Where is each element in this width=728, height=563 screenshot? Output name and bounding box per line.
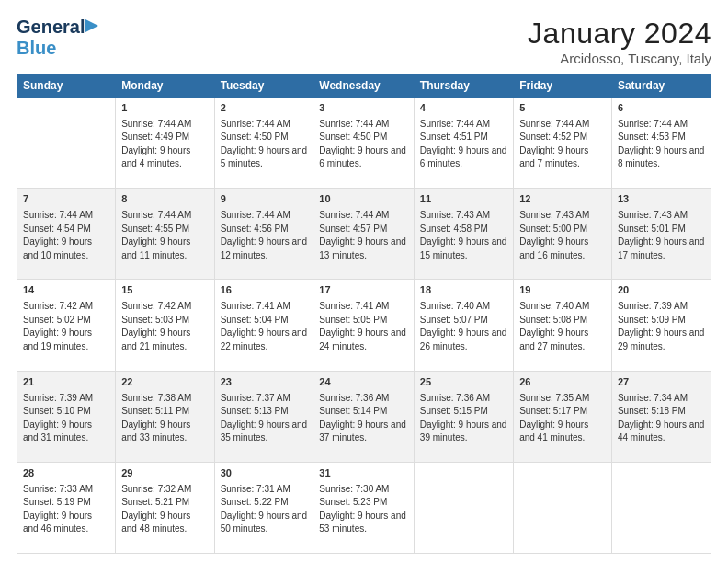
col-thursday: Thursday xyxy=(414,75,513,98)
calendar-row-0: 1Sunrise: 7:44 AMSunset: 4:49 PMDaylight… xyxy=(17,98,711,189)
sunrise: Sunrise: 7:44 AM xyxy=(319,210,389,220)
sunrise: Sunrise: 7:44 AM xyxy=(319,119,389,129)
svg-marker-0 xyxy=(85,19,98,32)
calendar-cell: 28Sunrise: 7:33 AMSunset: 5:19 PMDayligh… xyxy=(17,462,116,553)
daylight: Daylight: 9 hours and 29 minutes. xyxy=(618,327,705,351)
daylight: Daylight: 9 hours and 26 minutes. xyxy=(420,327,507,351)
sunrise: Sunrise: 7:43 AM xyxy=(420,210,490,220)
daylight: Daylight: 9 hours and 15 minutes. xyxy=(420,236,507,260)
sunrise: Sunrise: 7:44 AM xyxy=(519,119,589,129)
day-number: 30 xyxy=(221,466,308,481)
calendar-cell: 26Sunrise: 7:35 AMSunset: 5:17 PMDayligh… xyxy=(514,371,612,462)
day-number: 17 xyxy=(319,283,408,298)
day-number: 18 xyxy=(420,283,507,298)
sunset: Sunset: 5:02 PM xyxy=(23,315,91,325)
day-number: 21 xyxy=(23,375,109,390)
day-number: 28 xyxy=(23,466,109,481)
daylight: Daylight: 9 hours and 11 minutes. xyxy=(121,236,190,260)
sunrise: Sunrise: 7:39 AM xyxy=(618,301,688,311)
page: General Blue January 2024 Arcidosso, Tus… xyxy=(0,0,728,563)
day-number: 9 xyxy=(221,192,308,207)
daylight: Daylight: 9 hours and 24 minutes. xyxy=(319,327,406,351)
daylight: Daylight: 9 hours and 5 minutes. xyxy=(221,145,308,169)
sunset: Sunset: 5:11 PM xyxy=(121,406,189,416)
sunset: Sunset: 5:01 PM xyxy=(618,224,686,234)
daylight: Daylight: 9 hours and 6 minutes. xyxy=(420,145,507,169)
calendar-cell: 14Sunrise: 7:42 AMSunset: 5:02 PMDayligh… xyxy=(17,280,116,371)
day-number: 25 xyxy=(420,375,507,390)
logo-line2: Blue xyxy=(17,38,56,59)
calendar-cell: 31Sunrise: 7:30 AMSunset: 5:23 PMDayligh… xyxy=(313,462,415,553)
sunrise: Sunrise: 7:36 AM xyxy=(420,393,490,403)
daylight: Daylight: 9 hours and 39 minutes. xyxy=(420,419,507,443)
daylight: Daylight: 9 hours and 8 minutes. xyxy=(618,145,705,169)
day-number: 27 xyxy=(618,375,705,390)
calendar-table: Sunday Monday Tuesday Wednesday Thursday… xyxy=(17,74,711,554)
daylight: Daylight: 9 hours and 48 minutes. xyxy=(121,511,190,534)
calendar-cell xyxy=(611,462,711,553)
day-number: 26 xyxy=(519,375,606,390)
sunrise: Sunrise: 7:42 AM xyxy=(23,301,93,311)
sunset: Sunset: 4:52 PM xyxy=(519,132,587,142)
sunrise: Sunrise: 7:44 AM xyxy=(420,119,490,129)
daylight: Daylight: 9 hours and 21 minutes. xyxy=(121,327,190,351)
sunset: Sunset: 5:05 PM xyxy=(319,315,387,325)
sunset: Sunset: 5:15 PM xyxy=(420,406,488,416)
day-number: 6 xyxy=(618,101,705,116)
logo-line1: General xyxy=(17,17,98,38)
logo-general: General xyxy=(17,17,85,38)
col-monday: Monday xyxy=(116,75,214,98)
sunrise: Sunrise: 7:44 AM xyxy=(23,210,93,220)
sunset: Sunset: 4:54 PM xyxy=(23,224,91,234)
sunrise: Sunrise: 7:31 AM xyxy=(221,484,290,494)
title-block: January 2024 Arcidosso, Tuscany, Italy xyxy=(528,17,711,66)
calendar-cell: 20Sunrise: 7:39 AMSunset: 5:09 PMDayligh… xyxy=(611,280,711,371)
sunset: Sunset: 5:10 PM xyxy=(23,406,91,416)
sunrise: Sunrise: 7:40 AM xyxy=(420,301,490,311)
header: General Blue January 2024 Arcidosso, Tus… xyxy=(17,17,711,66)
calendar-cell: 9Sunrise: 7:44 AMSunset: 4:56 PMDaylight… xyxy=(214,189,313,280)
sunrise: Sunrise: 7:43 AM xyxy=(618,210,688,220)
sunset: Sunset: 5:09 PM xyxy=(618,315,686,325)
day-number: 8 xyxy=(121,192,208,207)
logo-blue: Blue xyxy=(17,38,56,58)
daylight: Daylight: 9 hours and 50 minutes. xyxy=(221,511,308,534)
sunset: Sunset: 4:58 PM xyxy=(420,224,488,234)
sunset: Sunset: 5:14 PM xyxy=(319,406,387,416)
calendar-cell: 25Sunrise: 7:36 AMSunset: 5:15 PMDayligh… xyxy=(414,371,513,462)
day-number: 7 xyxy=(23,192,109,207)
calendar-cell: 12Sunrise: 7:43 AMSunset: 5:00 PMDayligh… xyxy=(514,189,612,280)
daylight: Daylight: 9 hours and 35 minutes. xyxy=(221,419,308,443)
calendar-row-1: 7Sunrise: 7:44 AMSunset: 4:54 PMDaylight… xyxy=(17,189,711,280)
day-number: 3 xyxy=(319,101,408,116)
col-sunday: Sunday xyxy=(17,75,116,98)
sunrise: Sunrise: 7:44 AM xyxy=(121,119,191,129)
calendar-cell: 17Sunrise: 7:41 AMSunset: 5:05 PMDayligh… xyxy=(313,280,415,371)
daylight: Daylight: 9 hours and 19 minutes. xyxy=(23,327,92,351)
daylight: Daylight: 9 hours and 46 minutes. xyxy=(23,511,92,534)
calendar-cell: 10Sunrise: 7:44 AMSunset: 4:57 PMDayligh… xyxy=(313,189,415,280)
daylight: Daylight: 9 hours and 37 minutes. xyxy=(319,419,406,443)
sunset: Sunset: 4:55 PM xyxy=(121,224,189,234)
calendar-cell: 1Sunrise: 7:44 AMSunset: 4:49 PMDaylight… xyxy=(116,98,214,189)
sunrise: Sunrise: 7:30 AM xyxy=(319,484,389,494)
sunrise: Sunrise: 7:35 AM xyxy=(519,393,589,403)
daylight: Daylight: 9 hours and 27 minutes. xyxy=(519,327,588,351)
day-number: 23 xyxy=(221,375,308,390)
calendar-cell xyxy=(414,462,513,553)
sunset: Sunset: 5:00 PM xyxy=(519,224,587,234)
daylight: Daylight: 9 hours and 13 minutes. xyxy=(319,236,406,260)
calendar-cell: 21Sunrise: 7:39 AMSunset: 5:10 PMDayligh… xyxy=(17,371,116,462)
sunset: Sunset: 5:17 PM xyxy=(519,406,587,416)
day-number: 22 xyxy=(121,375,208,390)
sunrise: Sunrise: 7:33 AM xyxy=(23,484,93,494)
sunrise: Sunrise: 7:37 AM xyxy=(221,393,290,403)
sunset: Sunset: 5:18 PM xyxy=(618,406,686,416)
calendar-cell: 27Sunrise: 7:34 AMSunset: 5:18 PMDayligh… xyxy=(611,371,711,462)
sunrise: Sunrise: 7:44 AM xyxy=(618,119,688,129)
sunrise: Sunrise: 7:44 AM xyxy=(121,210,191,220)
sunrise: Sunrise: 7:40 AM xyxy=(519,301,589,311)
calendar-cell: 5Sunrise: 7:44 AMSunset: 4:52 PMDaylight… xyxy=(514,98,612,189)
sunrise: Sunrise: 7:34 AM xyxy=(618,393,688,403)
sunrise: Sunrise: 7:36 AM xyxy=(319,393,389,403)
